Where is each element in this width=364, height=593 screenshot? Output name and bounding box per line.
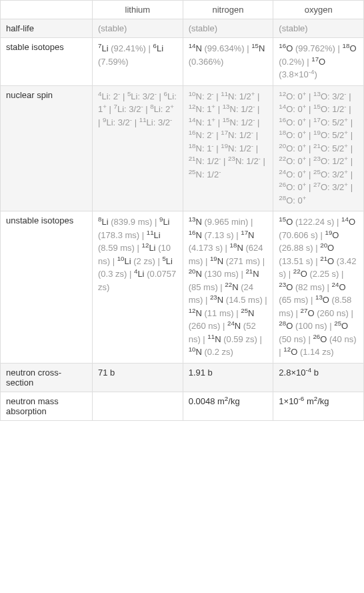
row-neutron-mass-absorption: neutron mass absorption 0.0048 m2/kg 1×1… (1, 392, 364, 420)
header-nitrogen: nitrogen (183, 1, 273, 19)
cell-spin-o: 12O: 0+ | 13O: 3/2- | 14O: 0+ | 15O: 1/2… (273, 85, 364, 211)
row-label: neutron mass absorption (1, 392, 93, 420)
row-unstable-isotopes: unstable isotopes 8Li (839.9 ms) | 9Li (… (1, 211, 364, 364)
cell-nma-o: 1×10-6 m2/kg (273, 392, 364, 420)
properties-table: lithium nitrogen oxygen half-life (stabl… (0, 0, 364, 421)
cell-half-life-n: (stable) (183, 19, 273, 38)
row-label: neutron cross-section (1, 363, 93, 392)
row-label: half-life (1, 19, 93, 38)
cell-unstable-o: 15O (122.24 s) | 14O (70.606 s) | 19O (2… (273, 211, 364, 364)
row-label: stable isotopes (1, 38, 93, 86)
header-row: lithium nitrogen oxygen (1, 1, 364, 19)
cell-stable-n: 14N (99.634%) | 15N (0.366%) (183, 38, 273, 86)
cell-spin-li: 4Li: 2- | 5Li: 3/2- | 6Li: 1+ | 7Li: 3/2… (93, 85, 183, 211)
row-nuclear-spin: nuclear spin 4Li: 2- | 5Li: 3/2- | 6Li: … (1, 85, 364, 211)
cell-nma-li (93, 392, 183, 420)
row-neutron-cross-section: neutron cross-section 71 b 1.91 b 2.8×10… (1, 363, 364, 392)
cell-half-life-o: (stable) (273, 19, 364, 38)
row-half-life: half-life (stable) (stable) (stable) (1, 19, 364, 38)
cell-stable-li: 7Li (92.41%) | 6Li (7.59%) (93, 38, 183, 86)
cell-ncs-n: 1.91 b (183, 363, 273, 392)
header-oxygen: oxygen (273, 1, 364, 19)
cell-unstable-li: 8Li (839.9 ms) | 9Li (178.3 ms) | 11Li (… (93, 211, 183, 364)
row-label: unstable isotopes (1, 211, 93, 364)
row-label: nuclear spin (1, 85, 93, 211)
cell-spin-n: 10N: 2- | 11N: 1/2+ | 12N: 1+ | 13N: 1/2… (183, 85, 273, 211)
cell-stable-o: 16O (99.762%) | 18O (0.2%) | 17O (3.8×10… (273, 38, 364, 86)
cell-ncs-o: 2.8×10-4 b (273, 363, 364, 392)
row-stable-isotopes: stable isotopes 7Li (92.41%) | 6Li (7.59… (1, 38, 364, 86)
cell-half-life-li: (stable) (93, 19, 183, 38)
cell-nma-n: 0.0048 m2/kg (183, 392, 273, 420)
cell-unstable-n: 13N (9.965 min) | 16N (7.13 s) | 17N (4.… (183, 211, 273, 364)
header-blank (1, 1, 93, 19)
cell-ncs-li: 71 b (93, 363, 183, 392)
header-lithium: lithium (93, 1, 183, 19)
